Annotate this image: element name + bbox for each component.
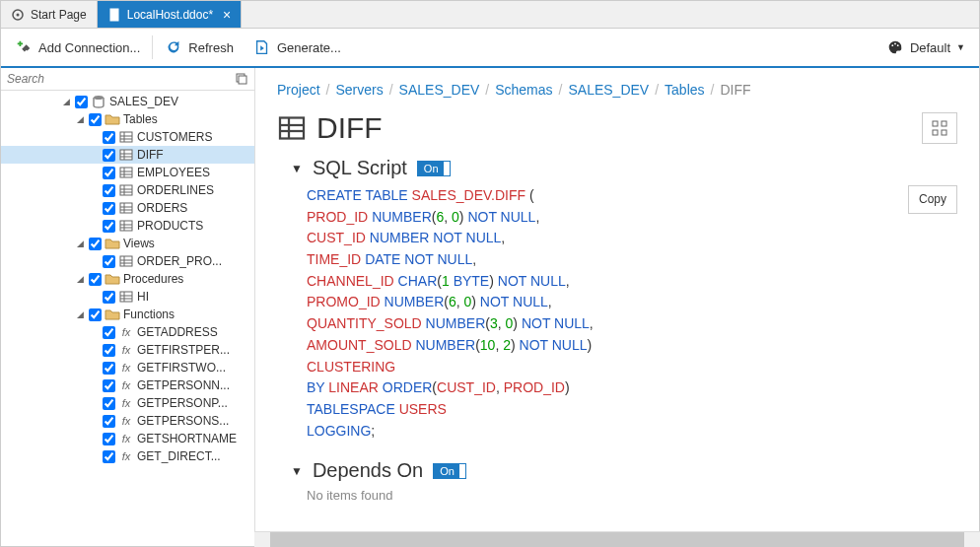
tree-label: ORDERS (137, 201, 187, 215)
close-icon[interactable]: × (223, 7, 231, 23)
expand-icon[interactable]: ◢ (74, 114, 86, 124)
generate-icon (253, 38, 271, 56)
tree-item[interactable]: EMPLOYEES (1, 164, 254, 181)
tree-item[interactable]: fxGETPERSONN... (1, 376, 254, 394)
expand-icon[interactable]: ◢ (60, 97, 72, 106)
add-connection-button[interactable]: Add Connection... (7, 34, 148, 60)
tree-item[interactable]: HI (1, 288, 254, 306)
tree-item[interactable]: fxGETFIRSTPER... (1, 341, 254, 359)
svg-rect-21 (120, 185, 132, 195)
checkbox[interactable] (103, 450, 115, 463)
checkbox[interactable] (103, 397, 115, 410)
svg-rect-29 (120, 221, 132, 231)
copy-button[interactable]: Copy (908, 185, 957, 214)
checkbox[interactable] (103, 344, 115, 357)
tree-label: GETPERSONN... (137, 378, 230, 392)
tree-item[interactable]: fxGETSHORTNAME (1, 430, 254, 447)
breadcrumb-item[interactable]: Project (277, 82, 320, 98)
tree-item[interactable]: DIFF (1, 146, 254, 164)
checkbox[interactable] (103, 131, 115, 144)
depends-section-header: ▼ Depends On On (291, 459, 957, 482)
tree-label: GETADDRESS (137, 325, 218, 339)
checkbox[interactable] (89, 273, 102, 286)
grid-view-button[interactable] (922, 112, 957, 144)
tree-item[interactable]: PRODUCTS (1, 217, 254, 235)
breadcrumb-item[interactable]: Schemas (495, 82, 552, 98)
search-input[interactable] (7, 72, 229, 86)
svg-rect-9 (120, 132, 132, 142)
refresh-label: Refresh (188, 40, 234, 55)
page-title: DIFF (277, 111, 383, 145)
expand-icon[interactable]: ◢ (74, 274, 86, 284)
fx-icon: fx (118, 413, 134, 429)
page-title-text: DIFF (316, 111, 383, 145)
refresh-button[interactable]: Refresh (157, 34, 242, 60)
fx-icon: fx (118, 324, 134, 340)
tree-folder[interactable]: ◢Views (1, 235, 254, 252)
svg-rect-7 (239, 76, 246, 84)
tree-label: ORDERLINES (137, 183, 214, 197)
tree-label: GETFIRSTPER... (137, 343, 230, 357)
checkbox[interactable] (103, 255, 115, 268)
palette-icon (886, 38, 904, 56)
collapse-icon[interactable]: ▼ (291, 162, 303, 175)
tree-item[interactable]: fxGETFIRSTWO... (1, 359, 254, 376)
on-badge[interactable]: On (417, 161, 446, 176)
svg-rect-25 (120, 203, 132, 213)
breadcrumb-item[interactable]: Servers (335, 82, 383, 98)
tree-item[interactable]: fxGETADDRESS (1, 323, 254, 341)
checkbox[interactable] (89, 308, 102, 321)
checkbox[interactable] (103, 379, 115, 392)
checkbox[interactable] (103, 326, 115, 339)
horizontal-scrollbar[interactable] (254, 531, 980, 547)
checkbox[interactable] (103, 415, 115, 428)
svg-rect-13 (120, 150, 132, 160)
checkbox[interactable] (103, 362, 115, 375)
svg-rect-45 (933, 121, 938, 126)
checkbox[interactable] (103, 433, 115, 445)
generate-button[interactable]: Generate... (245, 34, 349, 60)
tree-item[interactable]: fxGET_DIRECT... (1, 447, 254, 465)
svg-point-8 (94, 96, 104, 100)
expand-icon[interactable]: ◢ (74, 309, 86, 319)
tree-folder[interactable]: ◢Tables (1, 110, 254, 128)
tree-item[interactable]: fxGETPERSONP... (1, 394, 254, 412)
breadcrumb-item[interactable]: SALES_DEV (568, 82, 649, 98)
checkbox[interactable] (89, 238, 102, 250)
tree-item[interactable]: fxGETPERSONS... (1, 412, 254, 430)
checkbox[interactable] (89, 113, 102, 126)
db-icon (91, 94, 106, 109)
tree-label: HI (137, 290, 149, 304)
tab-localhost[interactable]: LocalHost.ddoc* × (98, 1, 243, 28)
checkbox[interactable] (75, 96, 88, 108)
tree-item[interactable]: CUSTOMERS (1, 128, 254, 146)
tree-folder[interactable]: ◢Functions (1, 306, 254, 323)
table-icon (118, 200, 134, 216)
tab-label: LocalHost.ddoc* (127, 8, 213, 22)
svg-rect-17 (120, 168, 132, 177)
checkbox[interactable] (103, 291, 115, 304)
tree-label: EMPLOYEES (137, 166, 210, 179)
checkbox[interactable] (103, 167, 115, 179)
checkbox[interactable] (103, 202, 115, 215)
grid-icon (932, 120, 947, 136)
breadcrumb-item[interactable]: Tables (665, 82, 704, 98)
checkbox[interactable] (103, 149, 115, 162)
checkbox[interactable] (103, 220, 115, 233)
copy-icon[interactable] (235, 72, 248, 86)
on-badge[interactable]: On (433, 463, 461, 479)
breadcrumb-item[interactable]: SALES_DEV (399, 82, 480, 98)
expand-icon[interactable]: ◢ (74, 239, 86, 248)
tree-item[interactable]: ORDERLINES (1, 181, 254, 199)
tree-label: GETFIRSTWO... (137, 361, 226, 375)
checkbox[interactable] (103, 184, 115, 197)
tree-item[interactable]: ORDER_PRO... (1, 252, 254, 270)
tab-start-page[interactable]: Start Page (1, 1, 98, 28)
tree-folder[interactable]: ◢Procedures (1, 270, 254, 288)
tree-database[interactable]: ◢SALES_DEV (1, 93, 254, 110)
collapse-icon[interactable]: ▼ (291, 464, 303, 478)
theme-selector[interactable]: Default ▼ (878, 34, 973, 60)
tree-item[interactable]: ORDERS (1, 199, 254, 217)
table-icon (118, 165, 134, 180)
object-tree[interactable]: ◢SALES_DEV◢TablesCUSTOMERSDIFFEMPLOYEESO… (1, 91, 254, 546)
